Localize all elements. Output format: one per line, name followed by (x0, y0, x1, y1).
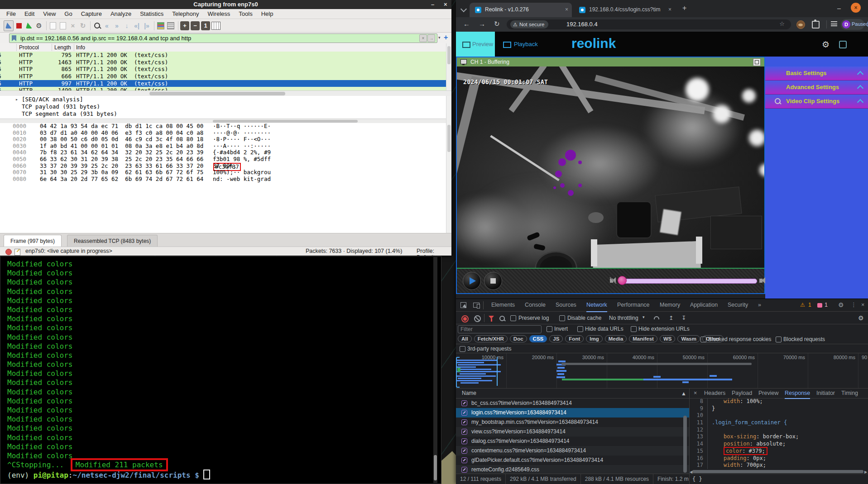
request-list-scrollbar-thumb[interactable] (683, 416, 687, 473)
throttling-dropdown-icon[interactable]: ▾ (643, 315, 645, 319)
tab-list-icon[interactable] (831, 21, 837, 26)
terminal-scrollbar[interactable] (433, 257, 437, 483)
column-info[interactable]: Info (76, 44, 85, 51)
issue-count[interactable]: 1 (825, 299, 828, 311)
close-response-icon[interactable]: × (694, 389, 697, 398)
tampermonkey-extension-icon[interactable] (796, 20, 805, 29)
request-row[interactable]: bc_css.css?timeVersion=1634884973414 (456, 399, 689, 408)
inspect-icon[interactable] (460, 302, 466, 308)
volume-knob[interactable] (618, 276, 627, 285)
hex-scrollbar[interactable] (446, 96, 451, 233)
invert-label[interactable]: Invert (554, 326, 568, 332)
camera-video-frame[interactable]: 2024/06/15 00:01:07 SAT (457, 66, 764, 268)
request-row[interactable]: glDatePicker.default.css?timeVersion=163… (456, 456, 689, 465)
invert-checkbox[interactable] (547, 326, 552, 332)
request-type-chip[interactable]: Img (586, 335, 602, 342)
new-tab-icon[interactable]: + (682, 4, 686, 12)
go-last-button[interactable]: |» (142, 21, 151, 31)
security-chip[interactable]: ⚠Not secure (510, 20, 548, 28)
zoom-in-button[interactable]: + (180, 21, 189, 30)
hex-row[interactable]: 0070 31 30 30 25 29 3b 0a 09 62 61 63 6b… (0, 169, 446, 176)
tab-playback[interactable]: Playback (499, 32, 554, 57)
menu-item[interactable]: Capture (81, 10, 102, 17)
browser-tab-reolink[interactable]: Reolink - v1.0.276 × (470, 3, 572, 17)
zoom-out-button[interactable]: − (191, 21, 200, 30)
menu-item[interactable]: Telephony (172, 10, 199, 17)
blocked-requests-checkbox[interactable] (776, 337, 782, 342)
extensions-puzzle-icon[interactable] (812, 21, 820, 28)
address-bar[interactable]: ⚠Not secure 192.168.0.4 ☆ (507, 19, 791, 29)
devtools-kebab-icon[interactable]: ⋮ (851, 299, 857, 311)
menu-item[interactable]: View (43, 10, 56, 17)
request-type-chip[interactable]: Doc (510, 335, 527, 342)
display-filter-input[interactable]: ip.dst == 192.168.0.56 and ip.src == 192… (9, 33, 437, 43)
url-text[interactable]: 192.168.0.4 (566, 21, 598, 28)
hex-row[interactable]: 0040 7b f8 23 61 34 62 64 34 32 20 32 25… (0, 149, 446, 156)
request-type-chip[interactable]: Fetch/XHR (474, 335, 508, 342)
bookmark-star-icon[interactable]: ☆ (779, 20, 785, 27)
import-har-icon[interactable]: ↥ (669, 315, 673, 321)
response-tab[interactable]: Payload (732, 389, 752, 398)
menu-item[interactable]: Tools (239, 10, 252, 17)
channel-bar[interactable]: CH 1 - Buffering (457, 57, 764, 66)
preserve-log-checkbox[interactable] (510, 315, 516, 321)
profile-button[interactable]: D Paused (841, 19, 864, 30)
scrollbar-thumb[interactable] (149, 92, 285, 95)
filter-clear-icon[interactable]: × (419, 34, 427, 42)
filter-add-icon[interactable]: + (444, 33, 448, 42)
network-conditions-icon[interactable] (653, 316, 660, 319)
minimize-icon[interactable]: – (431, 0, 434, 9)
blocked-cookies-label[interactable]: Blocked response cookies (708, 336, 771, 342)
colorize-button[interactable] (156, 21, 165, 31)
hex-row[interactable]: 0010 03 d7 d1 a0 40 00 40 06 e3 f3 c0 a8… (0, 130, 446, 137)
devtools-tab[interactable]: Memory (660, 299, 680, 311)
devtools-tab[interactable]: » (758, 299, 761, 311)
hex-row[interactable]: 0080 6e 64 3a 20 2d 77 65 62 6b 69 74 2d… (0, 176, 446, 183)
devtools-settings-gear-icon[interactable]: ⚙ (838, 299, 844, 311)
request-type-chip[interactable]: JS (549, 335, 563, 342)
volume-slider[interactable] (620, 279, 757, 284)
packet-row[interactable]: 6 HTTP 997 HTTP/1.1 200 OK (text/css) (0, 80, 446, 87)
third-party-checkbox[interactable] (460, 346, 465, 352)
terminal-prompt[interactable]: (env) pi@pitap:~/netsec-djw2/final/scrip… (7, 470, 441, 479)
hex-row[interactable]: 0000 04 42 1a 93 54 da ec 71 db d1 1c ca… (0, 123, 446, 130)
request-type-chip[interactable]: Font (565, 335, 584, 342)
menu-item[interactable]: Go (64, 10, 72, 17)
request-row[interactable]: dialog.css?timeVersion=1634884973414 (456, 437, 689, 446)
column-protocol[interactable]: Protocol (19, 44, 39, 51)
record-icon[interactable] (461, 315, 469, 323)
stop-button[interactable] (484, 272, 502, 290)
packet-row[interactable]: 6 HTTP 1463 HTTP/1.1 200 OK (text/css) (0, 59, 446, 66)
filter-apply-icon[interactable]: → (427, 34, 435, 42)
zoom-100-button[interactable]: 1 (201, 21, 210, 30)
devtools-tab[interactable]: Network (586, 299, 607, 312)
hide-extension-urls-label[interactable]: Hide extension URLs (638, 326, 690, 332)
blocked-requests-label[interactable]: Blocked requests (783, 336, 825, 342)
search-icon[interactable] (499, 316, 505, 321)
response-hscrollbar-thumb[interactable] (692, 470, 863, 473)
menu-item[interactable]: File (6, 10, 16, 17)
request-type-chip[interactable]: All (458, 335, 472, 342)
packet-row[interactable]: 6 HTTP 666 HTTP/1.1 200 OK (text/css) (0, 73, 446, 80)
menu-item[interactable]: Help (261, 10, 273, 17)
scroll-up-icon[interactable]: ▲ (681, 390, 686, 397)
back-icon[interactable]: ← (463, 20, 470, 28)
mute-icon[interactable] (610, 279, 613, 283)
resize-columns-button[interactable] (211, 21, 221, 31)
reload-icon[interactable]: ↻ (494, 20, 500, 28)
format-code-icon[interactable]: { } (692, 474, 702, 484)
packet-row[interactable]: 6 HTTP 865 HTTP/1.1 200 OK (text/css) (0, 66, 446, 73)
menu-item[interactable]: Statistics (140, 10, 163, 17)
capture-status-icon[interactable] (5, 249, 12, 255)
packet-list-scrollbar[interactable] (446, 43, 451, 90)
response-tab[interactable]: Response (785, 389, 810, 399)
request-type-chip[interactable]: Media (605, 335, 627, 342)
browser-tab-logincss[interactable]: 192.168.0.4/css/login.css?tim × (574, 3, 675, 17)
menu-item[interactable]: Wireless (207, 10, 230, 17)
network-settings-gear-icon[interactable]: ⚙ (858, 314, 864, 322)
request-type-chip[interactable]: CSS (529, 335, 547, 342)
hex-row[interactable]: 0020 00 38 00 50 c6 d0 05 0d 46 c9 cd 3c… (0, 136, 446, 143)
user-icon[interactable] (839, 41, 847, 48)
byte-view-tab[interactable]: Reassembled TCP (8483 bytes) (67, 235, 158, 247)
hex-row[interactable]: 0030 1f a0 bd 41 00 00 01 01 08 0a 3a e8… (0, 143, 446, 150)
